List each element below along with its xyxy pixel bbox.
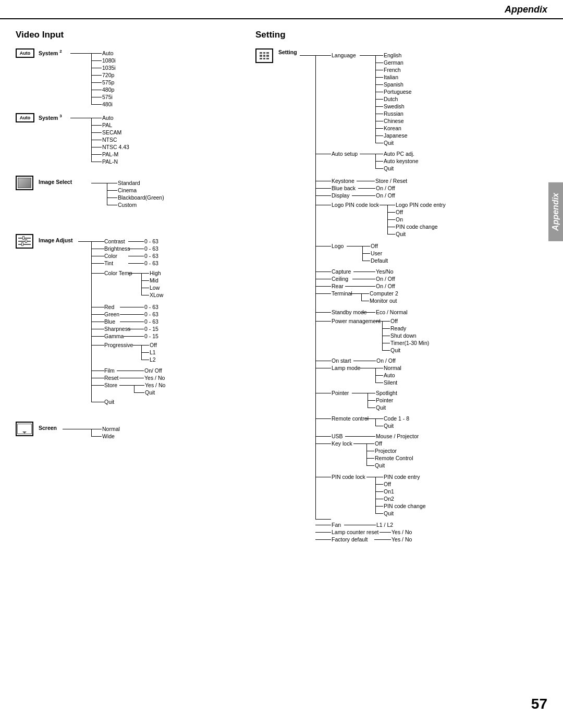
ia-store-val-hline (119, 385, 134, 386)
lang-i6-hline (375, 99, 383, 100)
ia-red: Red (104, 304, 114, 310)
s2-720p: 720p (102, 72, 114, 78)
ia-film-hline (91, 371, 104, 371)
onstart-label: On start (332, 357, 351, 364)
ia-tint-val: 0 - 63 (144, 260, 158, 266)
onstart-val-hline (353, 361, 376, 361)
logo-off: Off (371, 243, 378, 249)
ia-color-val: 0 - 63 (144, 253, 158, 259)
lang-chinese: Chinese (384, 118, 404, 124)
as-i1-hline (375, 161, 383, 162)
pm-off: Off (390, 318, 398, 324)
ptr-i1-hline (368, 400, 375, 401)
ia-prog-i1-hline (141, 352, 149, 353)
rc-code: Code 1 - 8 (384, 415, 409, 422)
keylock-label: Key lock (332, 440, 352, 447)
s3i2-hline (91, 132, 102, 133)
image-select-label: Image Select (39, 179, 72, 185)
blueback-hline (315, 188, 331, 189)
lp-i1-hline (387, 212, 395, 213)
rear-val-hline (345, 286, 375, 287)
lang-label: Language (332, 52, 356, 58)
ceiling-hline (315, 279, 331, 279)
auto-btn-system3[interactable]: Auto (16, 113, 34, 122)
pl-entry: PIN code entry (384, 474, 420, 480)
ia-prog-l2: L2 (150, 356, 156, 363)
ia-tint-hline (91, 263, 104, 264)
ia-ct-i0-hline (141, 273, 149, 274)
autosetup-branch-hline (360, 154, 375, 154)
kl-quit: Quit (375, 462, 385, 468)
ia-store-quit: Quit (145, 389, 155, 396)
lang-i12-hline (375, 143, 383, 143)
setting-main-vline (315, 55, 316, 519)
s2-480p: 480p (102, 87, 114, 93)
s2-575p: 575p (102, 79, 114, 85)
ia-red-val-hline (120, 307, 144, 307)
left-column: Video Input Auto System 2 Auto 1080i 103… (16, 30, 245, 541)
s2-480i: 480i (102, 101, 113, 107)
lp-entry: Logo PIN code entry (396, 202, 446, 208)
image-adjust-hline (78, 241, 91, 242)
lm-i2-hline (375, 382, 383, 383)
lang-i3-hline (375, 77, 383, 78)
ia-red-val: 0 - 63 (144, 304, 158, 310)
ia-quit: Quit (104, 399, 114, 405)
logopin-label: Logo PIN code lock (332, 202, 379, 208)
ia-ct-low: Low (150, 285, 160, 291)
as-i0-hline (375, 154, 383, 154)
ia-contrast-val-hline (128, 241, 144, 242)
lang-i11-hline (375, 135, 383, 136)
s2i2-hline (91, 68, 102, 68)
system2-label: System 2 (39, 49, 62, 56)
s3-auto: Auto (102, 115, 114, 121)
ia-prog-off: Off (150, 342, 157, 348)
logopin-hline (315, 205, 331, 205)
s3i0-hline (91, 118, 102, 118)
ia-store: Store (104, 382, 117, 388)
lp-i0-hline (387, 205, 395, 205)
terminal-label: Terminal (332, 290, 352, 297)
pl-quit: Quit (384, 510, 394, 516)
lm-auto: Auto (384, 372, 395, 378)
ia-ct-i1-hline (141, 280, 149, 281)
terminal-vline (361, 293, 362, 301)
lp-i4-hline (387, 234, 395, 235)
lp-pinchange: PIN code change (396, 224, 438, 230)
screen-normal: Normal (102, 426, 120, 432)
setting-quit-hline (315, 519, 331, 520)
display-hline (315, 195, 331, 196)
logo-default: Default (371, 257, 388, 264)
s3-ntsc443: NTSC 4.43 (102, 144, 129, 150)
auto-btn-system2[interactable]: Auto (16, 48, 34, 58)
lang-i7-hline (375, 106, 383, 107)
pm-shutdown: Shut down (390, 332, 417, 339)
fan-hline (315, 525, 331, 525)
ia-ct-high: High (150, 270, 161, 276)
ia-gamma-val: 0 - 15 (144, 333, 158, 339)
screen-i1-hline (91, 436, 102, 437)
ceiling-val-hline (352, 279, 375, 279)
logo-hline (315, 246, 331, 246)
lang-portuguese: Portuguese (384, 89, 412, 95)
s2-auto: Auto (102, 50, 114, 56)
display-val-hline (352, 195, 375, 196)
blueback-label: Blue back (332, 185, 356, 191)
s3-ntsc: NTSC (102, 137, 117, 143)
as-autokey: Auto keystone (384, 158, 419, 164)
capture-val-hline (353, 272, 375, 272)
rc-quit: Quit (384, 423, 394, 429)
kl-remote: Remote Control (375, 455, 413, 461)
ia-prog-l1: L1 (150, 349, 156, 355)
main-content: Video Input Auto System 2 Auto 1080i 103… (0, 19, 563, 552)
standby-val: Eco / Normal (376, 309, 408, 315)
ia-progressive: Progressive (104, 342, 133, 348)
ia-store-val-vline (134, 385, 134, 392)
lang-italian: Italian (384, 74, 398, 80)
setting-main-hline (300, 55, 315, 56)
s3-secam: SECAM (102, 129, 121, 135)
ptr-quit: Quit (376, 404, 386, 411)
display-label: Display (332, 192, 349, 199)
lp-off: Off (396, 209, 403, 215)
lm-i0-hline (375, 368, 383, 368)
